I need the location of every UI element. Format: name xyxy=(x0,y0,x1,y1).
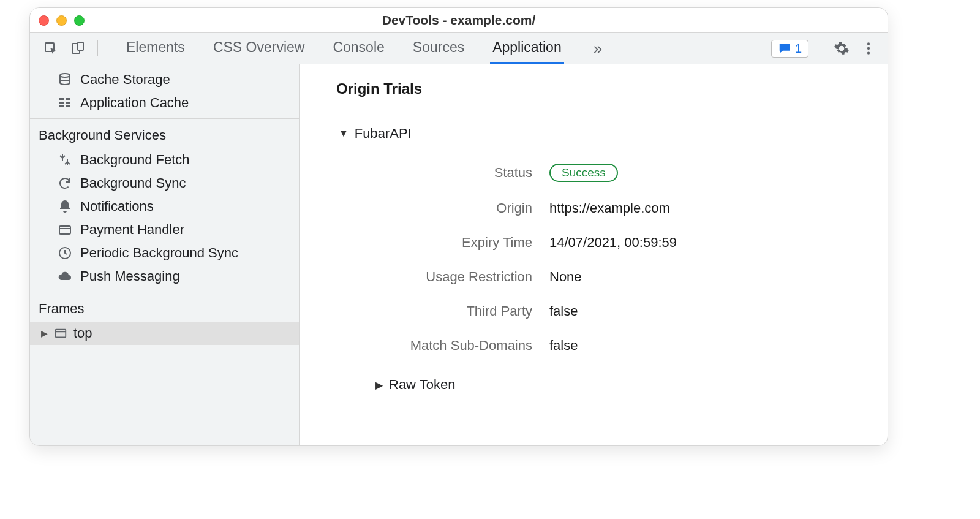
cloud-icon xyxy=(57,268,73,284)
kebab-icon xyxy=(861,40,876,56)
sidebar-item-label: Push Messaging xyxy=(80,268,180,284)
toolbar-right: 1 xyxy=(771,38,883,59)
minimize-window-button[interactable] xyxy=(56,15,67,26)
sidebar-item-notifications[interactable]: Notifications xyxy=(30,195,299,218)
sidebar-item-label: Application Cache xyxy=(80,95,189,111)
device-toolbar-icon[interactable] xyxy=(66,36,90,61)
svg-rect-15 xyxy=(56,330,66,338)
svg-rect-7 xyxy=(59,98,64,100)
bell-icon xyxy=(57,199,73,214)
sidebar-section-storage: Cache Storage Application Cache xyxy=(30,64,299,119)
titlebar: DevTools - example.com/ xyxy=(30,8,888,32)
status-badge: Success xyxy=(549,164,618,182)
database-icon xyxy=(57,72,73,88)
svg-rect-11 xyxy=(59,105,64,107)
main-tabbar: Elements CSS Overview Console Sources Ap… xyxy=(30,32,888,64)
sidebar-item-label: Periodic Background Sync xyxy=(80,245,238,261)
sidebar-item-background-sync[interactable]: Background Sync xyxy=(30,172,299,195)
disclosure-triangle-down-icon: ▼ xyxy=(339,128,349,139)
value-third-party: false xyxy=(549,303,857,319)
svg-rect-12 xyxy=(66,105,70,107)
card-icon xyxy=(57,222,73,238)
sidebar-section-frames: Frames ▶ top xyxy=(30,292,299,349)
trial-properties: Status Success Origin https://example.co… xyxy=(336,164,857,354)
svg-point-6 xyxy=(60,74,70,77)
svg-rect-13 xyxy=(59,226,70,234)
sidebar-item-payment-handler[interactable]: Payment Handler xyxy=(30,218,299,241)
svg-rect-9 xyxy=(59,102,64,104)
sidebar-item-label: Background Sync xyxy=(80,175,186,191)
trial-row[interactable]: ▼ FubarAPI xyxy=(336,123,857,144)
grid-icon xyxy=(57,95,73,111)
value-origin: https://example.com xyxy=(549,200,857,216)
svg-rect-10 xyxy=(66,102,70,104)
more-options-button[interactable] xyxy=(858,38,879,59)
value-usage: None xyxy=(549,269,857,285)
sidebar-item-frame-top[interactable]: ▶ top xyxy=(30,322,299,345)
value-status: Success xyxy=(549,164,857,182)
label-origin: Origin xyxy=(336,200,532,216)
label-third-party: Third Party xyxy=(336,303,532,319)
value-expiry: 14/07/2021, 00:59:59 xyxy=(549,235,857,251)
separator xyxy=(820,40,820,56)
label-expiry: Expiry Time xyxy=(336,235,532,251)
zoom-window-button[interactable] xyxy=(74,15,85,26)
svg-point-5 xyxy=(867,51,870,54)
fetch-icon xyxy=(57,152,73,168)
sidebar-item-cache-storage[interactable]: Cache Storage xyxy=(30,68,299,91)
message-icon xyxy=(778,42,791,55)
label-usage: Usage Restriction xyxy=(336,269,532,285)
frame-icon xyxy=(54,327,67,340)
origin-trials-panel: Origin Trials ▼ FubarAPI Status Success … xyxy=(300,64,888,445)
separator xyxy=(97,40,98,56)
settings-button[interactable] xyxy=(831,38,852,59)
sidebar-item-background-fetch[interactable]: Background Fetch xyxy=(30,148,299,172)
tab-css-overview[interactable]: CSS Overview xyxy=(211,33,307,64)
window-title: DevTools - example.com/ xyxy=(30,13,888,28)
panel-title: Origin Trials xyxy=(336,80,857,97)
label-subdomains: Match Sub-Domains xyxy=(336,338,532,354)
inspect-element-icon[interactable] xyxy=(39,36,63,61)
sidebar-item-label: Cache Storage xyxy=(80,72,170,88)
svg-point-4 xyxy=(867,47,870,50)
disclosure-triangle-icon: ▶ xyxy=(41,328,48,338)
tab-console[interactable]: Console xyxy=(330,33,386,64)
frame-label: top xyxy=(74,325,92,341)
sidebar-item-push-messaging[interactable]: Push Messaging xyxy=(30,265,299,288)
raw-token-row[interactable]: ▶ Raw Token xyxy=(336,374,857,395)
svg-point-3 xyxy=(867,42,870,45)
chevron-double-right-icon: » xyxy=(594,39,602,58)
more-tabs-button[interactable]: » xyxy=(587,33,608,64)
sidebar-item-label: Payment Handler xyxy=(80,222,184,238)
sidebar-item-application-cache[interactable]: Application Cache xyxy=(30,91,299,115)
issues-count: 1 xyxy=(795,42,802,56)
sync-icon xyxy=(57,175,73,191)
trial-name: FubarAPI xyxy=(355,126,412,142)
sidebar-item-periodic-sync[interactable]: Periodic Background Sync xyxy=(30,241,299,265)
tab-sources[interactable]: Sources xyxy=(410,33,467,64)
clock-icon xyxy=(57,245,73,261)
close-window-button[interactable] xyxy=(39,15,49,26)
sidebar-item-label: Notifications xyxy=(80,199,154,214)
tab-elements[interactable]: Elements xyxy=(124,33,187,64)
raw-token-label: Raw Token xyxy=(389,377,455,393)
label-status: Status xyxy=(336,165,532,181)
sidebar-heading-frames: Frames xyxy=(30,296,299,322)
disclosure-triangle-right-icon: ▶ xyxy=(375,379,383,391)
sidebar-heading-bg-services: Background Services xyxy=(30,123,299,148)
body: Cache Storage Application Cache Backgrou… xyxy=(30,64,888,445)
sidebar-section-bg-services: Background Services Background Fetch Bac… xyxy=(30,119,299,292)
tabs: Elements CSS Overview Console Sources Ap… xyxy=(124,33,608,64)
window-controls xyxy=(39,15,85,26)
gear-icon xyxy=(834,40,850,56)
sidebar-item-label: Background Fetch xyxy=(80,152,190,168)
svg-rect-2 xyxy=(78,42,83,50)
svg-rect-8 xyxy=(66,98,70,100)
value-subdomains: false xyxy=(549,338,857,354)
devtools-window: DevTools - example.com/ Elements CSS Ove… xyxy=(29,7,888,446)
issues-chip[interactable]: 1 xyxy=(771,40,809,58)
toolbar-left xyxy=(35,36,107,61)
tab-application[interactable]: Application xyxy=(490,33,564,64)
application-sidebar: Cache Storage Application Cache Backgrou… xyxy=(30,64,300,445)
